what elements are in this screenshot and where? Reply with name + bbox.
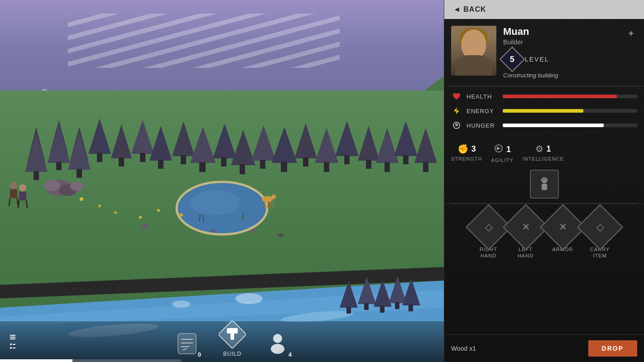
build-icon	[219, 321, 246, 350]
svg-marker-38	[190, 127, 216, 163]
svg-point-85	[114, 211, 117, 214]
energy-bar-bg	[503, 109, 637, 113]
portrait-image	[451, 26, 496, 76]
svg-rect-75	[380, 306, 384, 313]
svg-point-99	[10, 347, 12, 349]
svg-point-13	[262, 196, 273, 202]
svg-rect-55	[366, 160, 371, 169]
build-label: BUILD	[223, 351, 241, 357]
equip-diamond-carry[interactable]: ◇	[577, 204, 623, 250]
scroll-count: 0	[198, 351, 202, 358]
character-info: Muan Builder 5 LEVEL Constructing buildi…	[444, 19, 644, 86]
intelligence-attr: ⚙ 1 INTELLIGENCE	[523, 143, 564, 162]
character-status: Constructing building	[503, 72, 637, 79]
svg-rect-21	[34, 171, 39, 180]
back-button[interactable]: ◄ BACK	[444, 0, 644, 19]
character-class: Builder	[503, 38, 637, 46]
hud-action-scroll[interactable]: 0	[173, 330, 201, 357]
strength-value: 3	[471, 144, 476, 154]
hud-action-character[interactable]: 4	[264, 330, 291, 357]
character-count: 4	[288, 351, 292, 358]
energy-icon	[451, 105, 462, 116]
svg-rect-108	[227, 328, 238, 333]
svg-marker-60	[414, 128, 437, 163]
svg-rect-33	[140, 153, 145, 162]
armor-icon: ✕	[559, 221, 567, 233]
svg-line-15	[264, 202, 265, 208]
portrait-face	[461, 29, 486, 59]
strength-icon: ✊	[457, 143, 469, 154]
svg-line-92	[18, 200, 19, 208]
agility-label: AGILITY	[491, 157, 514, 163]
svg-marker-28	[88, 119, 111, 154]
character-icon-wrap: 4	[264, 330, 291, 357]
intelligence-value: 1	[546, 144, 551, 154]
svg-rect-51	[324, 162, 329, 172]
hud-list-item-2[interactable]	[9, 343, 16, 350]
hunger-row: HUNGER	[451, 120, 637, 131]
svg-marker-30	[111, 124, 132, 158]
svg-marker-26	[68, 132, 91, 170]
equip-slot-right-hand[interactable]: ◇ RIGHTHAND	[472, 211, 505, 259]
list-icon-2	[9, 343, 16, 350]
svg-rect-101	[178, 333, 196, 354]
svg-marker-46	[272, 127, 297, 163]
hunger-icon	[451, 120, 462, 131]
equipment-grid: ◇ RIGHTHAND ✕ LEFTHAND ✕ ARMOR	[451, 211, 637, 259]
svg-rect-91	[19, 191, 26, 200]
level-value: 5	[510, 54, 514, 64]
scroll-icon	[176, 331, 198, 356]
right-hand-icon: ◇	[485, 221, 492, 233]
svg-rect-49	[303, 157, 308, 167]
svg-marker-56	[376, 128, 399, 163]
list-icon-1	[9, 333, 16, 341]
svg-rect-77	[395, 302, 399, 309]
skill-icon	[536, 176, 553, 192]
bottom-hud: 0 BUILD	[0, 321, 444, 362]
svg-marker-20	[25, 133, 48, 172]
svg-marker-36	[172, 121, 195, 156]
hud-list-item-1[interactable]	[9, 333, 16, 341]
svg-line-17	[270, 202, 271, 208]
svg-rect-53	[344, 155, 350, 164]
svg-point-9	[190, 190, 240, 215]
svg-rect-110	[271, 344, 284, 354]
svg-point-4	[235, 293, 263, 304]
svg-point-80	[80, 197, 83, 201]
left-hand-icon: ✕	[522, 221, 530, 233]
svg-rect-79	[409, 305, 413, 311]
attributes-section: ✊ 3 STRENGTH 1 AGILITY ⚙ 1	[444, 139, 644, 167]
svg-rect-61	[423, 162, 428, 172]
level-diamond: 5	[500, 47, 525, 72]
svg-marker-52	[335, 121, 359, 156]
game-scene-svg	[0, 0, 444, 362]
energy-row: ENERGY	[451, 105, 637, 116]
svg-point-68	[278, 233, 284, 237]
svg-marker-58	[394, 121, 418, 156]
svg-rect-73	[364, 303, 369, 310]
carry-icon: ◇	[596, 221, 604, 233]
level-label: LEVEL	[525, 56, 549, 63]
svg-point-115	[498, 148, 500, 149]
svg-point-5	[172, 300, 190, 308]
svg-marker-32	[131, 120, 154, 154]
equip-slot-armor[interactable]: ✕ ARMOR	[547, 211, 579, 259]
svg-marker-48	[294, 123, 317, 158]
right-panel: ◄ BACK Muan Builder 5 LEVEL Constructing…	[444, 0, 644, 362]
hud-action-build[interactable]: BUILD	[219, 322, 246, 357]
progress-bar	[0, 359, 181, 362]
skill-section	[444, 167, 644, 203]
skill-icon-box[interactable]	[530, 170, 559, 199]
drop-button[interactable]: DROP	[588, 340, 637, 357]
health-bar-fill	[503, 95, 617, 98]
svg-point-113	[455, 124, 458, 126]
svg-rect-71	[346, 307, 351, 314]
health-label: HEALTH	[466, 93, 498, 100]
svg-rect-37	[181, 155, 186, 164]
svg-line-18	[273, 202, 274, 208]
equip-slot-carry[interactable]: ◇ CARRYITEM	[584, 211, 616, 259]
equip-slot-left-hand[interactable]: ✕ LEFTHAND	[509, 211, 542, 259]
svg-rect-57	[384, 162, 390, 172]
svg-rect-47	[281, 162, 287, 172]
svg-point-81	[98, 205, 101, 207]
